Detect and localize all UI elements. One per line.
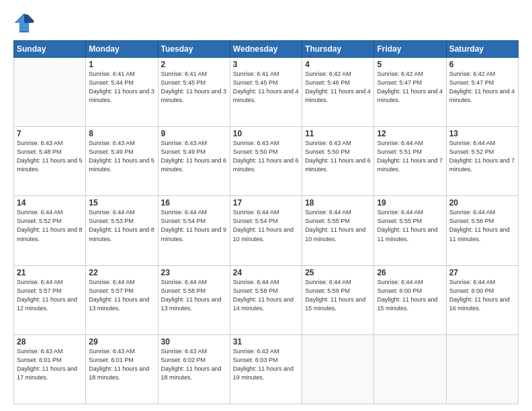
sunrise: Sunrise: 6:44 AM	[89, 209, 135, 216]
daylight: Daylight: 11 hours and 3 minutes.	[161, 88, 227, 103]
table-row: 30Sunrise: 6:43 AMSunset: 6:02 PMDayligh…	[158, 334, 230, 404]
sunset: Sunset: 5:50 PM	[233, 148, 278, 155]
table-row: 12Sunrise: 6:44 AMSunset: 5:51 PMDayligh…	[374, 127, 446, 196]
sunset: Sunset: 5:44 PM	[89, 79, 134, 86]
day-info: Sunrise: 6:44 AMSunset: 5:52 PMDaylight:…	[449, 139, 515, 174]
col-saturday: Saturday	[446, 41, 518, 58]
sunset: Sunset: 5:55 PM	[305, 218, 350, 224]
day-number: 26	[377, 268, 443, 277]
day-info: Sunrise: 6:43 AMSunset: 5:50 PMDaylight:…	[233, 139, 299, 174]
table-row: 5Sunrise: 6:42 AMSunset: 5:47 PMDaylight…	[374, 58, 446, 127]
sunrise: Sunrise: 6:44 AM	[377, 209, 423, 216]
sunset: Sunset: 5:58 PM	[161, 287, 206, 294]
sunset: Sunset: 5:54 PM	[161, 218, 206, 224]
day-info: Sunrise: 6:42 AMSunset: 5:47 PMDaylight:…	[377, 70, 443, 105]
daylight: Daylight: 11 hours and 14 minutes.	[233, 296, 294, 312]
table-row: 7Sunrise: 6:43 AMSunset: 5:48 PMDaylight…	[14, 127, 86, 196]
day-number: 31	[233, 337, 299, 347]
daylight: Daylight: 11 hours and 4 minutes.	[233, 88, 299, 103]
table-row: 15Sunrise: 6:44 AMSunset: 5:53 PMDayligh…	[86, 196, 158, 265]
sunrise: Sunrise: 6:41 AM	[89, 71, 135, 77]
table-row: 4Sunrise: 6:42 AMSunset: 5:46 PMDaylight…	[302, 58, 374, 127]
sunset: Sunset: 5:45 PM	[233, 79, 278, 86]
sunrise: Sunrise: 6:42 AM	[377, 71, 423, 77]
table-row: 8Sunrise: 6:43 AMSunset: 5:49 PMDaylight…	[86, 127, 158, 196]
sunrise: Sunrise: 6:44 AM	[89, 279, 135, 285]
day-info: Sunrise: 6:44 AMSunset: 5:54 PMDaylight:…	[233, 208, 299, 243]
day-number: 30	[161, 337, 227, 347]
sunrise: Sunrise: 6:43 AM	[233, 348, 279, 355]
sunrise: Sunrise: 6:44 AM	[377, 140, 423, 146]
day-number: 28	[17, 337, 83, 347]
daylight: Daylight: 11 hours and 6 minutes.	[305, 157, 371, 173]
day-number: 4	[305, 60, 371, 69]
sunset: Sunset: 5:50 PM	[305, 148, 350, 155]
day-number: 13	[449, 129, 515, 138]
table-row: 24Sunrise: 6:44 AMSunset: 5:58 PMDayligh…	[230, 265, 302, 334]
sunrise: Sunrise: 6:44 AM	[305, 209, 351, 216]
sunrise: Sunrise: 6:43 AM	[17, 348, 63, 355]
day-info: Sunrise: 6:41 AMSunset: 5:44 PMDaylight:…	[89, 70, 154, 105]
daylight: Daylight: 11 hours and 18 minutes.	[89, 365, 149, 381]
sunset: Sunset: 5:46 PM	[305, 79, 350, 86]
day-number: 12	[377, 129, 443, 138]
col-thursday: Thursday	[302, 41, 374, 58]
table-row: 22Sunrise: 6:44 AMSunset: 5:57 PMDayligh…	[86, 265, 158, 334]
sunrise: Sunrise: 6:43 AM	[89, 348, 135, 355]
day-number: 21	[17, 268, 83, 277]
col-wednesday: Wednesday	[230, 41, 302, 58]
sunrise: Sunrise: 6:43 AM	[89, 140, 135, 146]
day-info: Sunrise: 6:43 AMSunset: 5:48 PMDaylight:…	[17, 139, 83, 174]
daylight: Daylight: 11 hours and 13 minutes.	[161, 296, 222, 312]
day-number: 16	[161, 198, 227, 208]
col-friday: Friday	[374, 41, 446, 58]
sunset: Sunset: 5:51 PM	[377, 148, 422, 155]
table-row: 9Sunrise: 6:43 AMSunset: 5:49 PMDaylight…	[158, 127, 230, 196]
sunrise: Sunrise: 6:44 AM	[449, 140, 496, 146]
day-number: 18	[305, 198, 371, 208]
day-info: Sunrise: 6:41 AMSunset: 5:45 PMDaylight:…	[233, 70, 299, 105]
daylight: Daylight: 11 hours and 3 minutes.	[89, 88, 154, 103]
daylight: Daylight: 11 hours and 9 minutes.	[161, 226, 227, 242]
day-info: Sunrise: 6:44 AMSunset: 5:55 PMDaylight:…	[305, 208, 371, 243]
weekday-header-row: Sunday Monday Tuesday Wednesday Thursday…	[14, 41, 519, 58]
sunset: Sunset: 5:57 PM	[89, 287, 134, 294]
day-number: 1	[89, 60, 154, 69]
sunrise: Sunrise: 6:43 AM	[305, 140, 351, 146]
day-info: Sunrise: 6:44 AMSunset: 5:55 PMDaylight:…	[377, 208, 443, 243]
day-info: Sunrise: 6:44 AMSunset: 5:51 PMDaylight:…	[377, 139, 443, 174]
daylight: Daylight: 11 hours and 4 minutes.	[377, 88, 443, 103]
sunset: Sunset: 6:02 PM	[161, 357, 206, 363]
daylight: Daylight: 11 hours and 7 minutes.	[449, 157, 515, 173]
sunset: Sunset: 5:52 PM	[17, 218, 62, 224]
daylight: Daylight: 11 hours and 5 minutes.	[17, 157, 83, 173]
day-info: Sunrise: 6:44 AMSunset: 5:58 PMDaylight:…	[161, 278, 227, 313]
sunset: Sunset: 6:00 PM	[377, 287, 422, 294]
day-info: Sunrise: 6:44 AMSunset: 5:52 PMDaylight:…	[17, 208, 83, 243]
daylight: Daylight: 11 hours and 8 minutes.	[89, 226, 154, 242]
sunrise: Sunrise: 6:44 AM	[17, 279, 63, 285]
daylight: Daylight: 11 hours and 13 minutes.	[89, 296, 149, 312]
daylight: Daylight: 11 hours and 12 minutes.	[17, 296, 77, 312]
daylight: Daylight: 11 hours and 6 minutes.	[233, 157, 299, 173]
day-info: Sunrise: 6:44 AMSunset: 5:57 PMDaylight:…	[89, 278, 154, 313]
daylight: Daylight: 11 hours and 11 minutes.	[449, 226, 510, 242]
sunrise: Sunrise: 6:44 AM	[449, 209, 496, 216]
sunrise: Sunrise: 6:41 AM	[161, 71, 208, 77]
table-row: 25Sunrise: 6:44 AMSunset: 5:59 PMDayligh…	[302, 265, 374, 334]
daylight: Daylight: 11 hours and 7 minutes.	[377, 157, 443, 173]
daylight: Daylight: 11 hours and 6 minutes.	[161, 157, 227, 173]
day-number: 11	[305, 129, 371, 138]
daylight: Daylight: 11 hours and 17 minutes.	[17, 365, 77, 381]
day-info: Sunrise: 6:44 AMSunset: 6:00 PMDaylight:…	[377, 278, 443, 313]
table-row	[14, 58, 86, 127]
table-row: 18Sunrise: 6:44 AMSunset: 5:55 PMDayligh…	[302, 196, 374, 265]
day-info: Sunrise: 6:43 AMSunset: 5:50 PMDaylight:…	[305, 139, 371, 174]
day-number: 19	[377, 198, 443, 208]
daylight: Daylight: 11 hours and 10 minutes.	[305, 226, 365, 242]
sunset: Sunset: 6:01 PM	[89, 357, 134, 363]
sunset: Sunset: 5:55 PM	[377, 218, 422, 224]
sunset: Sunset: 5:49 PM	[89, 148, 134, 155]
sunset: Sunset: 5:45 PM	[161, 79, 206, 86]
table-row: 6Sunrise: 6:42 AMSunset: 5:47 PMDaylight…	[446, 58, 518, 127]
